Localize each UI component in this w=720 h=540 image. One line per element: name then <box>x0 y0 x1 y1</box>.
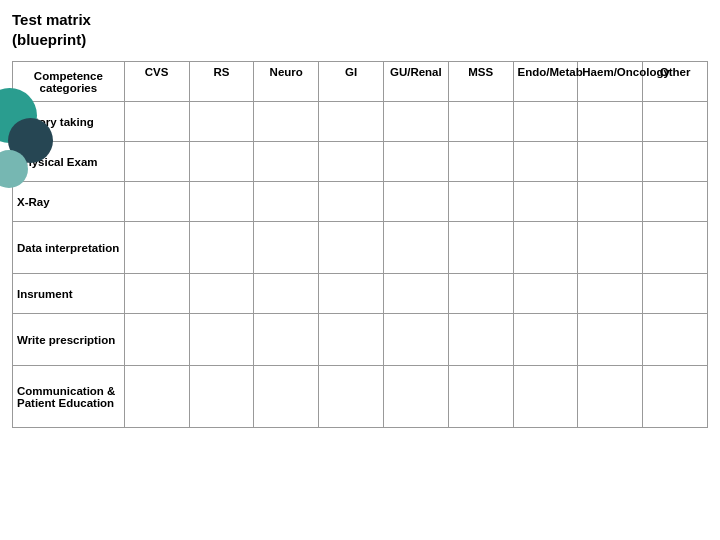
cell-instr-haem <box>578 274 643 314</box>
cell-history-gi <box>319 102 384 142</box>
row-instrument: Insrument <box>13 274 708 314</box>
row-communication: Communication & Patient Education <box>13 366 708 428</box>
cell-xray-neuro <box>254 182 319 222</box>
cell-history-endo <box>513 102 578 142</box>
cell-xray-other <box>643 182 708 222</box>
cell-comm-other <box>643 366 708 428</box>
cell-xray-cvs <box>124 182 189 222</box>
test-matrix-table: Competence categories CVS RS Neuro GI GU… <box>12 61 708 428</box>
label-instrument: Insrument <box>13 274 125 314</box>
cell-history-other <box>643 102 708 142</box>
cell-history-haem <box>578 102 643 142</box>
cell-xray-gi <box>319 182 384 222</box>
cell-xray-endo <box>513 182 578 222</box>
row-physical-exam: Physical Exam <box>13 142 708 182</box>
cell-xray-mss <box>448 182 513 222</box>
cell-rxwrite-rs <box>189 314 254 366</box>
cell-physexam-mss <box>448 142 513 182</box>
row-data-interpretation: Data interpretation <box>13 222 708 274</box>
cell-comm-endo <box>513 366 578 428</box>
cell-comm-cvs <box>124 366 189 428</box>
header-cvs: CVS <box>124 62 189 102</box>
cell-history-rs <box>189 102 254 142</box>
cell-rxwrite-neuro <box>254 314 319 366</box>
cell-history-neuro <box>254 102 319 142</box>
row-history-taking: History taking <box>13 102 708 142</box>
cell-dataint-mss <box>448 222 513 274</box>
cell-comm-neuro <box>254 366 319 428</box>
cell-xray-haem <box>578 182 643 222</box>
cell-xray-gu <box>383 182 448 222</box>
cell-instr-rs <box>189 274 254 314</box>
cell-physexam-gi <box>319 142 384 182</box>
cell-dataint-gu <box>383 222 448 274</box>
cell-rxwrite-gi <box>319 314 384 366</box>
label-xray: X-Ray <box>13 182 125 222</box>
cell-physexam-gu <box>383 142 448 182</box>
cell-instr-gi <box>319 274 384 314</box>
cell-instr-cvs <box>124 274 189 314</box>
cell-rxwrite-cvs <box>124 314 189 366</box>
cell-dataint-cvs <box>124 222 189 274</box>
row-xray: X-Ray <box>13 182 708 222</box>
cell-comm-gu <box>383 366 448 428</box>
header-rs: RS <box>189 62 254 102</box>
cell-rxwrite-other <box>643 314 708 366</box>
header-haem-oncology: Haem/Oncology <box>578 62 643 102</box>
cell-history-mss <box>448 102 513 142</box>
page-container: Test matrix (blueprint) Competence categ… <box>0 0 720 438</box>
cell-instr-mss <box>448 274 513 314</box>
cell-instr-neuro <box>254 274 319 314</box>
cell-physexam-haem <box>578 142 643 182</box>
cell-physexam-neuro <box>254 142 319 182</box>
cell-physexam-other <box>643 142 708 182</box>
cell-physexam-rs <box>189 142 254 182</box>
label-communication: Communication & Patient Education <box>13 366 125 428</box>
cell-physexam-endo <box>513 142 578 182</box>
cell-dataint-other <box>643 222 708 274</box>
cell-dataint-rs <box>189 222 254 274</box>
page-title: Test matrix (blueprint) <box>12 10 708 49</box>
cell-xray-rs <box>189 182 254 222</box>
cell-rxwrite-gu <box>383 314 448 366</box>
header-neuro: Neuro <box>254 62 319 102</box>
cell-dataint-haem <box>578 222 643 274</box>
cell-instr-other <box>643 274 708 314</box>
cell-rxwrite-haem <box>578 314 643 366</box>
cell-history-gu <box>383 102 448 142</box>
cell-dataint-gi <box>319 222 384 274</box>
row-write-prescription: Write prescription <box>13 314 708 366</box>
label-data-interpretation: Data interpretation <box>13 222 125 274</box>
cell-comm-mss <box>448 366 513 428</box>
cell-dataint-endo <box>513 222 578 274</box>
cell-dataint-neuro <box>254 222 319 274</box>
label-write-prescription: Write prescription <box>13 314 125 366</box>
header-endo-metab: Endo/Metab <box>513 62 578 102</box>
cell-comm-gi <box>319 366 384 428</box>
cell-rxwrite-endo <box>513 314 578 366</box>
cell-instr-gu <box>383 274 448 314</box>
cell-rxwrite-mss <box>448 314 513 366</box>
header-gi: GI <box>319 62 384 102</box>
cell-comm-haem <box>578 366 643 428</box>
cell-instr-endo <box>513 274 578 314</box>
header-mss: MSS <box>448 62 513 102</box>
cell-comm-rs <box>189 366 254 428</box>
cell-history-cvs <box>124 102 189 142</box>
header-gu-renal: GU/Renal <box>383 62 448 102</box>
cell-physexam-cvs <box>124 142 189 182</box>
